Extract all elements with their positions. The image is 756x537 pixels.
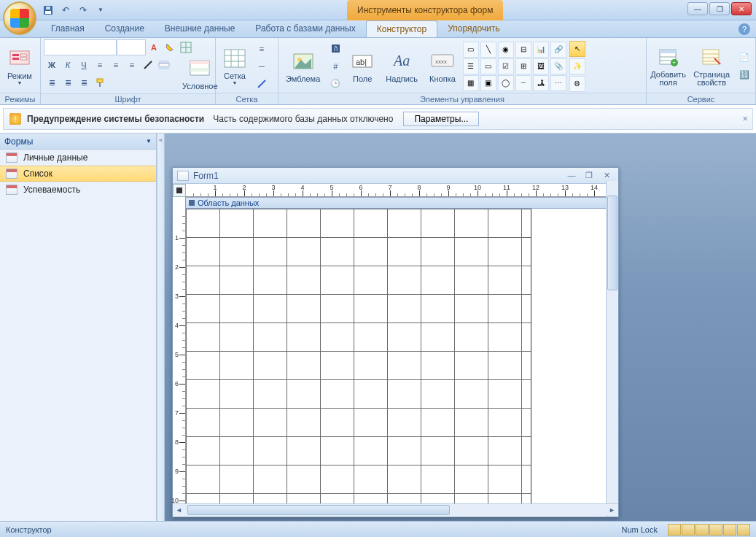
bold-button[interactable]: Ж xyxy=(44,57,60,73)
save-icon[interactable] xyxy=(41,3,55,18)
pivot-chart-view-icon[interactable] xyxy=(709,524,722,536)
control-wizards-icon[interactable]: ✨ xyxy=(569,58,585,74)
code-button[interactable]: 📄 xyxy=(736,50,752,66)
align-center-alt[interactable]: ≣ xyxy=(60,74,76,90)
align-right-alt[interactable]: ≣ xyxy=(76,74,92,90)
horizontal-ruler[interactable]: 1234567891011121314 xyxy=(186,184,606,197)
rectangle-icon[interactable]: ▭ xyxy=(480,58,496,74)
tab-create[interactable]: Создание xyxy=(95,20,155,37)
more-controls-icon[interactable]: ⋯ xyxy=(550,75,566,91)
label-button[interactable]: Aa Надпись xyxy=(381,48,422,85)
scroll-left-icon[interactable]: ◄ xyxy=(173,504,185,516)
toggle-button-icon[interactable]: ⊟ xyxy=(515,42,531,58)
nav-item-personal-data[interactable]: Личные данные xyxy=(0,150,156,166)
select-tool-icon[interactable]: ↖ xyxy=(569,41,585,57)
list-box-icon[interactable]: ☰ xyxy=(463,58,479,74)
activex-icon[interactable]: ⚙ xyxy=(569,76,585,92)
nav-pane-header[interactable]: Формы ▼ xyxy=(0,134,156,150)
textbox-button[interactable]: ab| Поле xyxy=(346,48,378,85)
line-width-button[interactable]: ≡ xyxy=(254,41,270,57)
fill-color-button[interactable] xyxy=(162,39,178,55)
line-style-button[interactable]: ─ xyxy=(254,58,270,74)
design-surface[interactable] xyxy=(186,209,618,503)
layout-view-icon[interactable] xyxy=(723,524,736,536)
nav-item-list[interactable]: Список xyxy=(0,166,156,182)
form-selector[interactable] xyxy=(173,184,186,197)
underline-button[interactable]: Ч xyxy=(76,57,92,73)
image-icon[interactable]: 🏞 xyxy=(533,75,549,91)
maximize-button[interactable]: ❐ xyxy=(709,2,730,15)
chevron-down-icon[interactable]: ▼ xyxy=(146,138,152,144)
property-sheet-button[interactable]: Страница свойств xyxy=(690,45,733,88)
align-left-alt[interactable]: ≣ xyxy=(44,74,60,90)
italic-button[interactable]: К xyxy=(60,57,76,73)
checkbox-icon[interactable]: ☑ xyxy=(498,58,514,74)
align-right-button[interactable]: ≡ xyxy=(124,57,140,73)
vertical-ruler[interactable]: 12345678910 xyxy=(173,197,186,503)
page-break-icon[interactable]: ┄ xyxy=(515,75,531,91)
gridlines-button[interactable]: Сетка ▼ xyxy=(219,45,251,87)
form-minimize-button[interactable]: — xyxy=(564,171,579,181)
datetime-button[interactable]: 🕒 xyxy=(327,76,343,92)
close-icon[interactable]: × xyxy=(742,113,748,124)
nav-item-progress[interactable]: Успеваемость xyxy=(0,182,156,198)
title-button[interactable]: 🅰 xyxy=(327,41,343,57)
scroll-right-icon[interactable]: ► xyxy=(606,504,618,516)
minimize-button[interactable]: — xyxy=(687,2,708,15)
combo-box-icon[interactable]: ▭ xyxy=(463,42,479,58)
undo-icon[interactable]: ↶ xyxy=(58,3,73,18)
tab-order-button[interactable]: 🔢 xyxy=(736,67,752,83)
subform-icon[interactable]: ▦ xyxy=(463,75,479,91)
help-icon[interactable]: ? xyxy=(739,23,750,35)
redo-icon[interactable]: ↷ xyxy=(76,3,90,18)
add-fields-button[interactable]: + Добавить поля xyxy=(650,45,687,88)
form-restore-button[interactable]: ❐ xyxy=(582,171,596,181)
align-left-button[interactable]: ≡ xyxy=(92,57,108,73)
font-size-combo[interactable] xyxy=(117,39,146,55)
tab-arrange[interactable]: Упорядочить xyxy=(437,20,510,37)
scrollbar-thumb[interactable] xyxy=(187,505,450,515)
conditional-button[interactable]: Условное xyxy=(178,41,222,104)
pagenum-button[interactable]: # xyxy=(327,58,343,74)
nav-pane-toggle[interactable]: « xyxy=(157,134,165,524)
section-handle-icon xyxy=(189,200,195,206)
close-button[interactable]: ✕ xyxy=(731,2,752,15)
qat-dropdown-icon[interactable]: ▼ xyxy=(93,3,108,18)
tab-control-icon[interactable]: ⊞ xyxy=(515,58,531,74)
form-title-bar[interactable]: Form1 — ❐ ✕ xyxy=(173,168,618,184)
option-group-icon[interactable]: ◉ xyxy=(498,42,514,58)
line-icon[interactable]: ╲ xyxy=(480,42,496,58)
emblem-button[interactable]: Эмблема xyxy=(281,48,324,85)
button-control[interactable]: xxxx Кнопка xyxy=(425,48,460,85)
line-color-button[interactable] xyxy=(140,57,156,73)
line-color-alt-button[interactable] xyxy=(254,76,270,92)
altrow-color-button[interactable] xyxy=(156,57,172,73)
vertical-scrollbar[interactable] xyxy=(606,181,618,517)
unbound-frame-icon[interactable]: 🖼 xyxy=(533,58,549,74)
horizontal-scrollbar[interactable]: ◄ ► xyxy=(173,503,618,516)
font-color-button[interactable]: A xyxy=(146,39,162,55)
pivot-table-view-icon[interactable] xyxy=(695,524,709,536)
form-close-button[interactable]: ✕ xyxy=(599,171,614,181)
view-button[interactable]: Режим ▼ xyxy=(3,45,36,87)
font-family-combo[interactable] xyxy=(44,39,117,55)
detail-section-header[interactable]: Область данных xyxy=(186,197,618,209)
hyperlink-icon[interactable]: 🔗 xyxy=(550,42,566,58)
attachment-icon[interactable]: 📎 xyxy=(550,58,566,74)
datasheet-view-icon[interactable] xyxy=(682,524,695,536)
tab-external-data[interactable]: Внешние данные xyxy=(155,20,246,37)
nav-header-label: Формы xyxy=(4,136,33,147)
format-painter-button[interactable] xyxy=(92,74,108,90)
tab-designer[interactable]: Конструктор xyxy=(366,20,437,37)
security-options-button[interactable]: Параметры... xyxy=(403,112,479,126)
option-button-icon[interactable]: ◯ xyxy=(498,75,514,91)
chart-icon[interactable]: 📊 xyxy=(533,42,549,58)
bound-frame-icon[interactable]: ▣ xyxy=(480,75,496,91)
scrollbar-thumb[interactable] xyxy=(607,196,617,290)
tab-database-tools[interactable]: Работа с базами данных xyxy=(245,20,365,37)
office-button[interactable] xyxy=(3,1,36,35)
design-view-icon[interactable] xyxy=(737,524,750,536)
align-center-button[interactable]: ≡ xyxy=(108,57,124,73)
form-view-icon[interactable] xyxy=(668,524,681,536)
tab-home[interactable]: Главная xyxy=(41,20,95,37)
